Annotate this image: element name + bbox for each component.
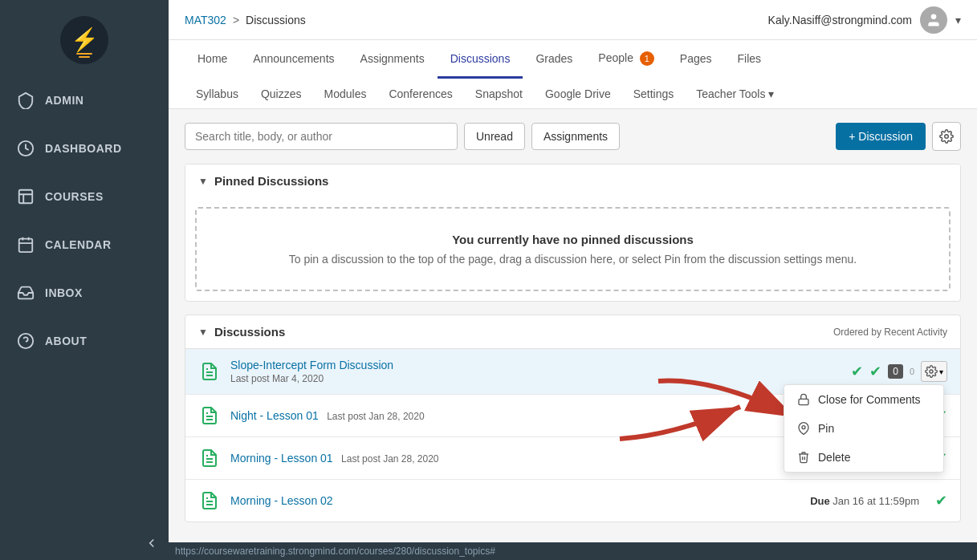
discussion-actions: ✔ ✔ 0 0 ▾ bbox=[851, 361, 947, 382]
tab-files[interactable]: Files bbox=[725, 41, 775, 79]
tab-announcements[interactable]: Announcements bbox=[240, 41, 347, 79]
pinned-discussions-header[interactable]: ▼ Pinned Discussions bbox=[185, 164, 960, 197]
breadcrumb-separator: > bbox=[233, 14, 239, 26]
svg-point-8 bbox=[930, 370, 933, 373]
sidebar-item-dashboard[interactable]: DASHBOARD bbox=[0, 124, 169, 172]
context-menu: Close for Comments Pin Delete bbox=[784, 384, 944, 473]
context-menu-item-pin[interactable]: Pin bbox=[784, 414, 943, 443]
tab-syllabus[interactable]: Syllabus bbox=[185, 79, 250, 108]
tab-settings[interactable]: Settings bbox=[622, 79, 686, 108]
discussions-header-left: ▼ Discussions bbox=[198, 325, 285, 339]
context-menu-item-delete[interactable]: Delete bbox=[784, 443, 943, 472]
sort-label: Ordered by Recent Activity bbox=[833, 327, 947, 338]
nav-tabs-row1: Home Announcements Assignments Discussio… bbox=[169, 40, 977, 79]
context-menu-label: Delete bbox=[818, 451, 850, 464]
sidebar-item-about[interactable]: ABOUT bbox=[0, 317, 169, 365]
page-header: MAT302 > Discussions Kaly.Nasiff@strongm… bbox=[169, 0, 977, 40]
breadcrumb-course-link[interactable]: MAT302 bbox=[185, 14, 226, 26]
discussion-meta: Last post Mar 4, 2020 bbox=[230, 373, 835, 384]
lock-icon bbox=[797, 393, 810, 406]
main-content: MAT302 > Discussions Kaly.Nasiff@strongm… bbox=[169, 0, 977, 560]
discussions-section-title: Discussions bbox=[214, 325, 285, 339]
dashboard-icon bbox=[16, 139, 35, 158]
svg-point-4 bbox=[931, 14, 937, 19]
tab-conferences[interactable]: Conferences bbox=[377, 79, 463, 108]
published-icon[interactable]: ✔ bbox=[851, 363, 863, 380]
help-icon bbox=[16, 331, 35, 351]
logo-icon: ⚡ bbox=[60, 16, 108, 64]
discussion-icon bbox=[198, 404, 221, 427]
unread-filter-button[interactable]: Unread bbox=[464, 123, 525, 150]
discussion-gear-button[interactable]: ▾ bbox=[921, 361, 947, 382]
discussion-meta: Last post Jan 28, 2020 bbox=[341, 453, 438, 465]
discussion-title[interactable]: Slope-Intercept Form Discussion bbox=[230, 359, 835, 371]
context-menu-item-close-comments[interactable]: Close for Comments bbox=[784, 385, 943, 414]
teacher-tools-label: Teacher Tools bbox=[696, 87, 765, 100]
unread-count-label: 0 bbox=[910, 367, 914, 376]
discussion-title[interactable]: Morning - Lesson 01 bbox=[230, 452, 333, 465]
discussion-icon bbox=[198, 489, 221, 512]
discussions-settings-button[interactable] bbox=[932, 122, 961, 151]
trash-icon bbox=[797, 451, 810, 464]
sidebar-nav: ADMIN DASHBOARD COURSES CALENDAR INBOX bbox=[0, 76, 169, 526]
teacher-tools-menu[interactable]: Teacher Tools ▾ bbox=[685, 79, 785, 108]
discussion-row: Morning - Lesson 02 Due Jan 16 at 11:59p… bbox=[185, 480, 960, 521]
tab-pages[interactable]: Pages bbox=[667, 41, 725, 79]
discussions-toolbar: Unread Assignments + Discussion bbox=[185, 122, 961, 151]
sidebar-item-courses[interactable]: COURSES bbox=[0, 172, 169, 221]
check-icon[interactable]: ✔ bbox=[869, 363, 881, 380]
context-menu-label: Close for Comments bbox=[818, 393, 921, 406]
sidebar-item-admin[interactable]: ADMIN bbox=[0, 76, 169, 124]
discussion-icon bbox=[198, 360, 221, 383]
bolt-icon: ⚡ bbox=[71, 29, 99, 51]
sidebar-logo: ⚡ bbox=[0, 0, 169, 76]
page-body: Unread Assignments + Discussion ▼ Pinned… bbox=[169, 109, 977, 542]
svg-rect-9 bbox=[799, 399, 808, 404]
tab-grades[interactable]: Grades bbox=[523, 41, 585, 79]
add-discussion-button[interactable]: + Discussion bbox=[836, 123, 926, 150]
pinned-empty-description: To pin a discussion to the top of the pa… bbox=[213, 253, 933, 266]
discussion-title[interactable]: Morning - Lesson 02 bbox=[230, 494, 333, 507]
tab-quizzes[interactable]: Quizzes bbox=[250, 79, 313, 108]
svg-point-5 bbox=[945, 135, 949, 139]
chevron-down-icon: ▾ bbox=[768, 87, 774, 100]
svg-rect-2 bbox=[19, 239, 33, 253]
search-input[interactable] bbox=[185, 123, 458, 150]
collapse-icon: ▼ bbox=[198, 327, 208, 338]
discussion-due: Due Jan 16 at 11:59pm bbox=[810, 495, 919, 507]
tab-modules[interactable]: Modules bbox=[313, 79, 378, 108]
sidebar-item-calendar[interactable]: CALENDAR bbox=[0, 221, 169, 269]
discussion-row: Slope-Intercept Form Discussion Last pos… bbox=[185, 349, 960, 395]
sidebar-item-label: COURSES bbox=[45, 190, 104, 203]
logo-lines bbox=[76, 53, 92, 58]
inbox-icon bbox=[16, 283, 35, 302]
discussion-title[interactable]: Night - Lesson 01 bbox=[230, 409, 319, 422]
discussion-meta: Last post Jan 28, 2020 bbox=[327, 411, 424, 422]
discussions-section: ▼ Discussions Ordered by Recent Activity… bbox=[185, 314, 961, 522]
tab-assignments[interactable]: Assignments bbox=[348, 41, 438, 79]
tab-snapshot[interactable]: Snapshot bbox=[464, 79, 534, 108]
dropdown-arrow-icon: ▾ bbox=[939, 367, 943, 376]
assignments-filter-button[interactable]: Assignments bbox=[531, 123, 620, 150]
people-badge: 1 bbox=[640, 51, 654, 66]
pinned-empty-title: You currently have no pinned discussions bbox=[213, 233, 933, 246]
breadcrumb: MAT302 > Discussions bbox=[185, 14, 306, 26]
sidebar-item-inbox[interactable]: INBOX bbox=[0, 269, 169, 317]
tab-google-drive[interactable]: Google Drive bbox=[534, 79, 622, 108]
sidebar-item-label: INBOX bbox=[45, 286, 83, 299]
tab-home[interactable]: Home bbox=[185, 41, 240, 79]
nav-tabs-row2: Syllabus Quizzes Modules Conferences Sna… bbox=[169, 79, 977, 108]
sidebar-item-label: CALENDAR bbox=[45, 238, 112, 251]
pinned-empty-state: You currently have no pinned discussions… bbox=[195, 207, 951, 291]
status-url: https://coursewaretraining.strongmind.co… bbox=[175, 546, 495, 557]
published-icon[interactable]: ✔ bbox=[935, 492, 947, 509]
tab-discussions[interactable]: Discussions bbox=[438, 41, 523, 79]
sidebar-collapse-button[interactable] bbox=[0, 526, 169, 560]
pinned-section-title: Pinned Discussions bbox=[214, 174, 329, 188]
tab-people[interactable]: People 1 bbox=[585, 40, 666, 79]
user-email: Kaly.Nasiff@strongmind.com bbox=[768, 14, 912, 26]
shield-icon bbox=[16, 91, 35, 110]
breadcrumb-current: Discussions bbox=[246, 14, 306, 26]
chevron-down-icon: ▾ bbox=[955, 14, 961, 26]
user-menu[interactable]: Kaly.Nasiff@strongmind.com ▾ bbox=[768, 6, 961, 34]
